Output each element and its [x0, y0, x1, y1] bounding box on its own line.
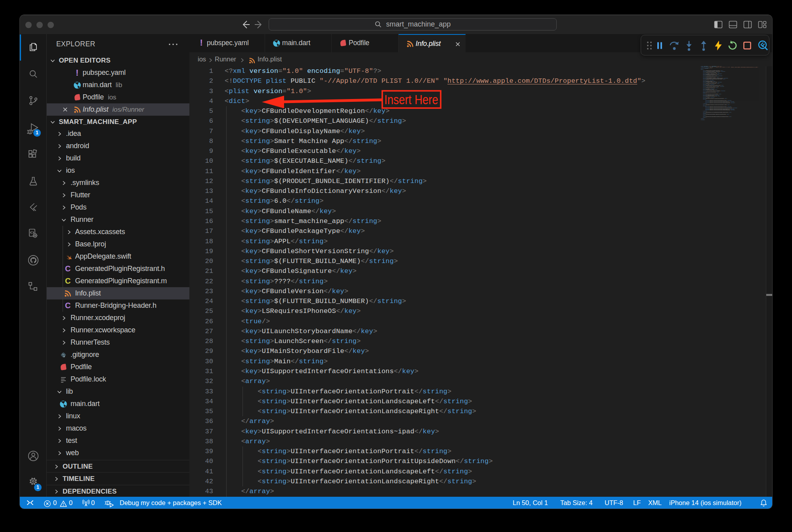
- svg-text:Insert Here: Insert Here: [384, 92, 438, 107]
